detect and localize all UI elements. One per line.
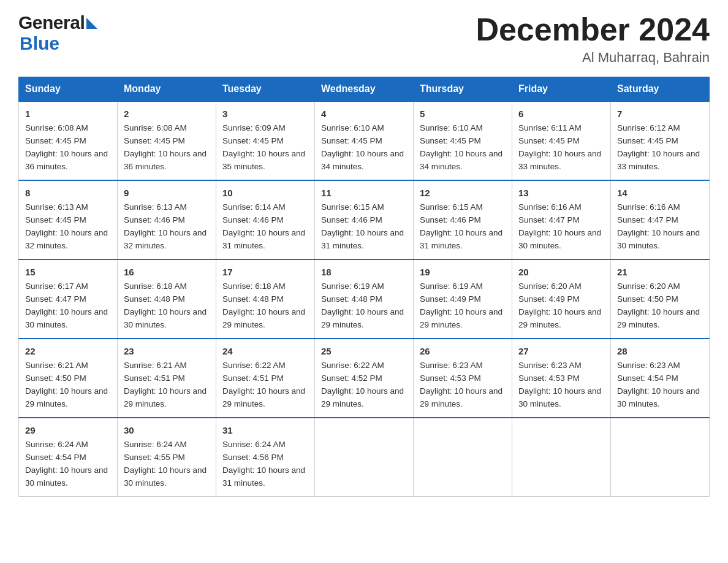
sunrise-info: Sunrise: 6:21 AM [25,359,111,372]
day-number: 8 [25,186,111,200]
logo: General Blue [18,12,97,54]
day-number: 6 [518,107,604,121]
sunset-info: Sunset: 4:56 PM [222,451,308,464]
sunset-info: Sunset: 4:51 PM [222,372,308,385]
sunset-info: Sunset: 4:49 PM [420,293,506,306]
daylight-info: Daylight: 10 hours and 29 minutes. [617,306,703,332]
sunset-info: Sunset: 4:45 PM [518,135,604,148]
daylight-info: Daylight: 10 hours and 32 minutes. [25,227,111,253]
day-number: 5 [420,107,506,121]
logo-blue-text: Blue [20,33,59,54]
sunrise-info: Sunrise: 6:17 AM [25,280,111,293]
sunrise-info: Sunrise: 6:19 AM [420,280,506,293]
calendar-cell: 17Sunrise: 6:18 AMSunset: 4:48 PMDayligh… [216,259,315,339]
sunrise-info: Sunrise: 6:13 AM [25,201,111,214]
sunrise-info: Sunrise: 6:10 AM [420,122,506,135]
daylight-info: Daylight: 10 hours and 29 minutes. [420,306,506,332]
calendar-cell: 7Sunrise: 6:12 AMSunset: 4:45 PMDaylight… [611,101,710,180]
calendar-cell: 11Sunrise: 6:15 AMSunset: 4:46 PMDayligh… [315,180,414,259]
day-number: 7 [617,107,703,121]
day-number: 9 [124,186,210,200]
daylight-info: Daylight: 10 hours and 30 minutes. [617,385,703,411]
calendar-cell: 14Sunrise: 6:16 AMSunset: 4:47 PMDayligh… [611,180,710,259]
calendar-week-row: 1Sunrise: 6:08 AMSunset: 4:45 PMDaylight… [19,101,710,180]
daylight-info: Daylight: 10 hours and 35 minutes. [222,148,308,174]
day-number: 10 [222,186,308,200]
calendar-cell: 3Sunrise: 6:09 AMSunset: 4:45 PMDaylight… [216,101,315,180]
day-number: 4 [321,107,407,121]
sunset-info: Sunset: 4:49 PM [518,293,604,306]
daylight-info: Daylight: 10 hours and 29 minutes. [124,385,210,411]
daylight-info: Daylight: 10 hours and 33 minutes. [617,148,703,174]
calendar-cell: 8Sunrise: 6:13 AMSunset: 4:45 PMDaylight… [19,180,118,259]
calendar-cell: 24Sunrise: 6:22 AMSunset: 4:51 PMDayligh… [216,339,315,418]
day-number: 3 [222,107,308,121]
daylight-info: Daylight: 10 hours and 30 minutes. [25,306,111,332]
sunrise-info: Sunrise: 6:24 AM [25,439,111,451]
sunrise-info: Sunrise: 6:09 AM [222,122,308,135]
sunrise-info: Sunrise: 6:08 AM [124,122,210,135]
sunrise-info: Sunrise: 6:23 AM [518,359,604,372]
sunset-info: Sunset: 4:46 PM [420,214,506,227]
calendar-cell: 27Sunrise: 6:23 AMSunset: 4:53 PMDayligh… [512,339,611,418]
sunset-info: Sunset: 4:46 PM [222,214,308,227]
calendar-cell: 16Sunrise: 6:18 AMSunset: 4:48 PMDayligh… [118,259,216,339]
sunrise-info: Sunrise: 6:15 AM [321,201,407,214]
sunrise-info: Sunrise: 6:11 AM [518,122,604,135]
day-number: 1 [25,107,111,121]
sunrise-info: Sunrise: 6:13 AM [124,201,210,214]
sunset-info: Sunset: 4:45 PM [124,135,210,148]
calendar-cell [611,418,710,496]
day-number: 23 [124,344,210,358]
calendar-table: SundayMondayTuesdayWednesdayThursdayFrid… [18,77,710,497]
header-sunday: Sunday [19,77,118,102]
day-number: 21 [617,265,703,279]
sunrise-info: Sunrise: 6:21 AM [124,359,210,372]
calendar-cell: 1Sunrise: 6:08 AMSunset: 4:45 PMDaylight… [19,101,118,180]
daylight-info: Daylight: 10 hours and 29 minutes. [25,385,111,411]
day-number: 29 [25,423,111,437]
day-number: 22 [25,344,111,358]
daylight-info: Daylight: 10 hours and 31 minutes. [222,227,308,253]
sunrise-info: Sunrise: 6:18 AM [222,280,308,293]
sunset-info: Sunset: 4:48 PM [222,293,308,306]
sunset-info: Sunset: 4:54 PM [25,451,111,464]
calendar-header-row: SundayMondayTuesdayWednesdayThursdayFrid… [19,77,710,102]
sunrise-info: Sunrise: 6:12 AM [617,122,703,135]
calendar-cell: 28Sunrise: 6:23 AMSunset: 4:54 PMDayligh… [611,339,710,418]
daylight-info: Daylight: 10 hours and 32 minutes. [124,227,210,253]
calendar-week-row: 15Sunrise: 6:17 AMSunset: 4:47 PMDayligh… [19,259,710,339]
header-tuesday: Tuesday [216,77,315,102]
day-number: 30 [124,423,210,437]
sunset-info: Sunset: 4:53 PM [518,372,604,385]
calendar-cell: 15Sunrise: 6:17 AMSunset: 4:47 PMDayligh… [19,259,118,339]
calendar-cell: 31Sunrise: 6:24 AMSunset: 4:56 PMDayligh… [216,418,315,496]
calendar-cell: 23Sunrise: 6:21 AMSunset: 4:51 PMDayligh… [118,339,216,418]
sunset-info: Sunset: 4:46 PM [124,214,210,227]
day-number: 15 [25,265,111,279]
day-number: 2 [124,107,210,121]
header-friday: Friday [512,77,611,102]
sunset-info: Sunset: 4:51 PM [124,372,210,385]
daylight-info: Daylight: 10 hours and 30 minutes. [518,385,604,411]
daylight-info: Daylight: 10 hours and 34 minutes. [420,148,506,174]
sunrise-info: Sunrise: 6:08 AM [25,122,111,135]
calendar-cell: 5Sunrise: 6:10 AMSunset: 4:45 PMDaylight… [414,101,512,180]
calendar-week-row: 22Sunrise: 6:21 AMSunset: 4:50 PMDayligh… [19,339,710,418]
sunset-info: Sunset: 4:54 PM [617,372,703,385]
header-wednesday: Wednesday [315,77,414,102]
calendar-cell: 10Sunrise: 6:14 AMSunset: 4:46 PMDayligh… [216,180,315,259]
day-number: 19 [420,265,506,279]
daylight-info: Daylight: 10 hours and 34 minutes. [321,148,407,174]
daylight-info: Daylight: 10 hours and 30 minutes. [518,227,604,253]
sunset-info: Sunset: 4:52 PM [321,372,407,385]
calendar-cell [512,418,611,496]
sunset-info: Sunset: 4:45 PM [222,135,308,148]
day-number: 27 [518,344,604,358]
header-monday: Monday [118,77,216,102]
day-number: 16 [124,265,210,279]
logo-general-text: General [18,12,85,33]
sunrise-info: Sunrise: 6:15 AM [420,201,506,214]
day-number: 17 [222,265,308,279]
sunset-info: Sunset: 4:48 PM [124,293,210,306]
